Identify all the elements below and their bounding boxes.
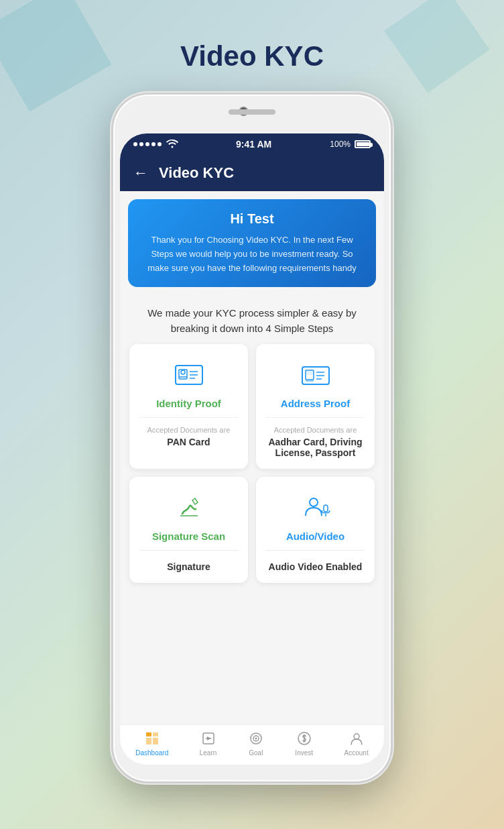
card-divider-4	[265, 550, 365, 551]
identity-doc-label: Accepted Documents are	[147, 426, 231, 434]
battery-icon	[355, 140, 371, 148]
phone-btn-power	[391, 229, 393, 269]
tab-dashboard-label: Dashboard	[135, 749, 168, 757]
subtitle-text: We made your KYC process simpler & easy …	[128, 295, 376, 344]
learn-icon	[200, 730, 216, 747]
phone-speaker	[229, 109, 275, 115]
audio-video-icon	[299, 490, 332, 524]
banner-greeting: Hi Test	[141, 211, 363, 227]
identity-proof-title: Identity Proof	[156, 398, 221, 409]
identity-proof-icon	[172, 357, 206, 391]
page-title: Video KYC	[180, 40, 324, 72]
tab-account-label: Account	[344, 749, 369, 757]
dashboard-icon	[144, 730, 160, 747]
identity-doc-value: PAN Card	[167, 437, 210, 447]
tab-invest[interactable]: Invest	[295, 730, 313, 757]
tab-account[interactable]: Account	[344, 730, 369, 757]
svg-rect-7	[302, 367, 329, 384]
invest-icon	[296, 730, 312, 747]
phone-btn-mute	[111, 202, 113, 229]
audio-video-title: Audio/Video	[286, 531, 344, 542]
screen-content: We made your KYC process simpler & easy …	[120, 295, 384, 724]
address-doc-label: Accepted Documents are	[274, 426, 357, 434]
card-divider-3	[139, 550, 239, 551]
battery-percentage: 100%	[330, 140, 351, 149]
svg-rect-19	[153, 732, 158, 736]
status-left	[133, 139, 178, 150]
address-proof-icon	[299, 357, 332, 391]
phone-screen: 9:41 AM 100% ← Video KYC Hi Test Thank y…	[120, 133, 384, 765]
tab-learn-label: Learn	[200, 749, 217, 757]
bg-decoration-tr	[375, 0, 499, 103]
tab-invest-label: Invest	[295, 749, 313, 757]
svg-point-15	[310, 498, 318, 506]
tab-dashboard[interactable]: Dashboard	[135, 730, 168, 757]
welcome-banner: Hi Test Thank you for Choosing Video KYC…	[128, 199, 376, 287]
tab-goal[interactable]: Goal	[248, 730, 264, 757]
svg-point-29	[354, 734, 359, 739]
tab-goal-label: Goal	[249, 749, 263, 757]
kyc-cards-grid: Identity Proof Accepted Documents are PA…	[128, 344, 376, 591]
svg-marker-24	[207, 736, 211, 740]
card-divider-1	[139, 417, 239, 418]
banner-description: Thank you for Choosing Video KYC. In the…	[141, 233, 363, 275]
svg-rect-0	[176, 366, 202, 384]
svg-rect-20	[146, 738, 151, 744]
svg-point-2	[181, 370, 185, 374]
signature-doc-value: Signature	[167, 561, 210, 572]
identity-proof-card[interactable]: Identity Proof Accepted Documents are PA…	[129, 344, 248, 469]
tab-bar: Dashboard Learn	[120, 724, 384, 765]
address-proof-title: Address Proof	[281, 398, 350, 409]
audio-video-doc-value: Audio Video Enabled	[269, 561, 363, 572]
status-time: 9:41 AM	[236, 139, 271, 150]
address-doc-value: Aadhar Card, Driving License, Passport	[265, 437, 365, 458]
status-right: 100%	[330, 140, 371, 149]
audio-video-card[interactable]: Audio/Video Audio Video Enabled	[256, 477, 375, 583]
signature-scan-card[interactable]: Signature Scan Signature	[129, 477, 248, 583]
svg-rect-9	[306, 371, 313, 375]
phone-btn-vol-down	[111, 286, 113, 323]
tab-learn[interactable]: Learn	[200, 730, 217, 757]
svg-rect-18	[146, 732, 151, 736]
svg-rect-21	[153, 738, 158, 744]
back-button[interactable]: ←	[133, 164, 148, 182]
svg-point-27	[255, 738, 257, 740]
signature-scan-icon	[172, 490, 206, 524]
address-proof-card[interactable]: Address Proof Accepted Documents are Aad…	[256, 344, 375, 469]
wifi-icon	[167, 139, 178, 150]
status-bar: 9:41 AM 100%	[120, 133, 384, 155]
bg-decoration-tl	[0, 0, 129, 129]
phone-frame: 9:41 AM 100% ← Video KYC Hi Test Thank y…	[111, 93, 393, 783]
nav-bar: ← Video KYC	[120, 155, 384, 191]
card-divider-2	[265, 417, 365, 418]
signature-scan-title: Signature Scan	[152, 531, 225, 542]
account-icon	[349, 730, 365, 747]
nav-title: Video KYC	[159, 164, 234, 182]
signal-indicator	[133, 142, 162, 146]
phone-btn-vol-up	[111, 239, 113, 276]
goal-icon	[248, 730, 264, 747]
svg-rect-16	[324, 505, 328, 512]
